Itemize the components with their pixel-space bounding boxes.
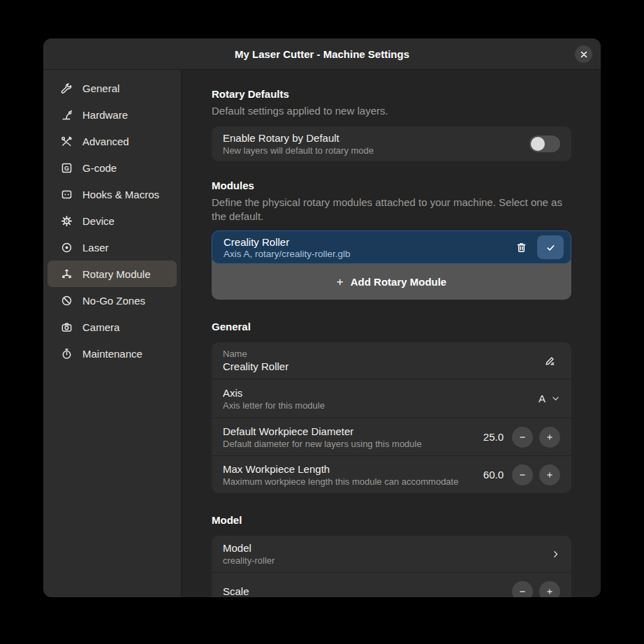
- axis-subtitle: Axis letter for this module: [223, 400, 539, 411]
- delete-module-button[interactable]: [511, 237, 532, 258]
- sidebar-item-label: Camera: [82, 321, 119, 333]
- scale-increment-button[interactable]: [539, 581, 560, 598]
- model-value: creality-roller: [223, 555, 551, 566]
- sidebar-item-label: Laser: [82, 242, 109, 254]
- close-icon: [580, 50, 588, 59]
- diameter-title: Default Workpiece Diameter: [223, 425, 483, 437]
- sidebar-item-label: General: [82, 82, 119, 94]
- workpiece-diameter-row: Default Workpiece Diameter Default diame…: [212, 418, 571, 455]
- tools-icon: [60, 135, 73, 147]
- scale-row: Scale: [212, 572, 571, 597]
- svg-text:G: G: [64, 164, 68, 171]
- sidebar-item-maintenance[interactable]: Maintenance: [47, 340, 177, 367]
- sidebar-item-label: Maintenance: [82, 348, 142, 360]
- sidebar-item-label: No-Go Zones: [82, 295, 145, 307]
- name-label: Name: [223, 349, 540, 359]
- rotary-icon: [60, 268, 73, 280]
- length-value[interactable]: 60.0: [483, 469, 504, 481]
- chevron-right-icon: [551, 550, 560, 559]
- sidebar-item-rotary-module[interactable]: Rotary Module: [47, 261, 177, 287]
- scale-decrement-button[interactable]: [512, 581, 533, 598]
- stopwatch-icon: [60, 347, 73, 360]
- model-title: Model: [223, 542, 551, 554]
- sidebar-item-label: Advanced: [82, 136, 129, 147]
- sidebar-item-label: G-code: [82, 162, 117, 174]
- diameter-increment-button[interactable]: [539, 427, 560, 448]
- enable-rotary-title: Enable Rotary by Default: [223, 132, 529, 144]
- wrench-icon: [60, 82, 73, 94]
- sidebar-item-label: Rotary Module: [82, 268, 151, 280]
- add-rotary-module-button[interactable]: + Add Rotary Module: [212, 260, 571, 300]
- add-rotary-module-label: Add Rotary Module: [351, 276, 447, 288]
- module-detail: Axis A, rotary/creality-roller.glb: [224, 249, 511, 259]
- rotary-defaults-heading: Rotary Defaults: [212, 88, 571, 100]
- enable-rotary-subtitle: New layers will default to rotary mode: [223, 145, 529, 156]
- default-module-check-button[interactable]: [537, 235, 564, 259]
- camera-icon: [60, 321, 73, 333]
- scale-title: Scale: [223, 585, 512, 597]
- sidebar-item-general[interactable]: General: [47, 75, 177, 101]
- laser-icon: [60, 241, 73, 254]
- axis-row[interactable]: Axis Axis letter for this module A: [212, 379, 571, 418]
- axis-value: A: [539, 393, 546, 404]
- model-row[interactable]: Model creality-roller: [212, 536, 571, 572]
- sidebar-item-laser[interactable]: Laser: [47, 234, 177, 261]
- enable-rotary-row: Enable Rotary by Default New layers will…: [212, 126, 571, 161]
- sidebar-item-no-go-zones[interactable]: No-Go Zones: [47, 287, 177, 314]
- name-row[interactable]: Name Creality Roller: [212, 342, 571, 379]
- axis-dropdown[interactable]: A: [539, 393, 560, 404]
- model-card: Model creality-roller Scale: [212, 536, 571, 597]
- minus-icon: [518, 587, 527, 597]
- diameter-subtitle: Default diameter for new layers using th…: [223, 439, 483, 449]
- minus-icon: [518, 432, 527, 442]
- gear-icon: [60, 214, 73, 227]
- modules-list: Creality Roller Axis A, rotary/creality-…: [212, 230, 571, 300]
- modules-description: Define the physical rotary modules attac…: [212, 196, 571, 224]
- rotary-module-settings-page: Rotary Defaults Default settings applied…: [182, 70, 601, 597]
- name-value: Creality Roller: [223, 360, 540, 372]
- check-icon: [546, 242, 556, 253]
- axis-title: Axis: [223, 387, 539, 399]
- enable-rotary-card: Enable Rotary by Default New layers will…: [212, 126, 571, 161]
- length-title: Max Workpiece Length: [223, 463, 483, 475]
- sidebar-item-hardware[interactable]: Hardware: [47, 101, 177, 128]
- plus-icon: [545, 587, 555, 597]
- sidebar-item-camera[interactable]: Camera: [47, 314, 177, 340]
- rotary-defaults-description: Default settings applied to new layers.: [212, 104, 571, 118]
- length-increment-button[interactable]: [539, 464, 560, 485]
- module-row-creality-roller[interactable]: Creality Roller Axis A, rotary/creality-…: [212, 230, 571, 264]
- toggle-knob: [531, 137, 545, 151]
- modules-heading: Modules: [212, 180, 571, 191]
- minus-icon: [518, 470, 527, 480]
- machine-settings-dialog: My Laser Cutter - Machine Settings Gener…: [43, 38, 601, 597]
- settings-sidebar: General Hardware Advanced G G-code: [43, 70, 182, 597]
- edit-name-button[interactable]: [540, 351, 560, 371]
- length-subtitle: Maximum workpiece length this module can…: [223, 476, 483, 487]
- titlebar: My Laser Cutter - Machine Settings: [43, 38, 601, 70]
- sidebar-item-label: Device: [82, 215, 115, 227]
- general-card: Name Creality Roller Axis Axis letter fo…: [212, 342, 571, 493]
- sidebar-item-device[interactable]: Device: [47, 207, 177, 234]
- sidebar-item-label: Hooks & Macros: [82, 189, 159, 200]
- length-decrement-button[interactable]: [512, 464, 533, 485]
- macro-icon: [60, 188, 73, 200]
- no-go-icon: [60, 294, 73, 307]
- plus-icon: +: [337, 275, 344, 289]
- diameter-value[interactable]: 25.0: [483, 431, 504, 443]
- sidebar-item-advanced[interactable]: Advanced: [47, 128, 177, 154]
- close-button[interactable]: [575, 45, 592, 63]
- edit-pencil-icon: [544, 355, 556, 367]
- diameter-decrement-button[interactable]: [512, 427, 533, 448]
- workpiece-length-row: Max Workpiece Length Maximum workpiece l…: [212, 455, 571, 493]
- sidebar-item-label: Hardware: [82, 109, 128, 121]
- model-heading: Model: [212, 514, 571, 526]
- module-name: Creality Roller: [224, 236, 511, 248]
- sidebar-item-gcode[interactable]: G G-code: [47, 154, 177, 181]
- plus-icon: [545, 470, 555, 480]
- chevron-down-icon: [551, 394, 560, 403]
- window-title: My Laser Cutter - Machine Settings: [235, 48, 409, 60]
- enable-rotary-toggle[interactable]: [529, 136, 560, 152]
- plus-icon: [545, 432, 555, 442]
- sidebar-item-hooks-macros[interactable]: Hooks & Macros: [47, 181, 177, 207]
- robot-arm-icon: [60, 108, 73, 121]
